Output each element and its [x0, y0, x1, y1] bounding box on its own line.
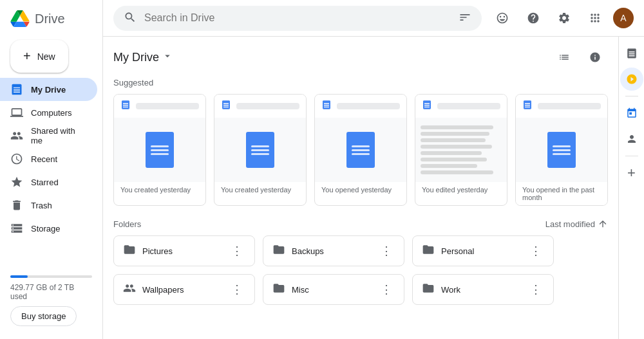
sidebar-item-label: Trash — [31, 201, 52, 210]
sidebar-item-label: Shared with me — [31, 126, 87, 145]
right-panel: + — [618, 37, 644, 339]
sidebar-item-trash[interactable]: Trash — [0, 194, 97, 217]
apps-button[interactable] — [582, 5, 608, 31]
folder-icon — [422, 282, 435, 298]
card-title — [337, 103, 400, 109]
activity-panel-button[interactable] — [620, 68, 643, 91]
folder-item-misc[interactable]: Misc ⋮ — [263, 274, 404, 305]
panel-divider — [625, 96, 638, 96]
card-footer: You created yesterday — [114, 182, 205, 197]
card-footer: You opened in the past month — [516, 182, 607, 205]
new-button[interactable]: + New — [10, 40, 68, 73]
card-title — [236, 103, 299, 109]
folder-name: Pictures — [142, 246, 222, 256]
folder-icon — [422, 243, 435, 259]
search-input[interactable] — [144, 12, 451, 24]
list-view-button[interactable] — [551, 44, 577, 70]
sidebar-item-storage[interactable]: Storage — [0, 217, 97, 240]
folder-more-button[interactable]: ⋮ — [378, 281, 395, 298]
folder-more-button[interactable]: ⋮ — [378, 243, 395, 259]
sidebar-item-shared[interactable]: Shared with me — [0, 124, 97, 147]
folders-header: Folders Last modified — [113, 219, 608, 229]
app-logo[interactable]: Drive — [0, 5, 102, 37]
help-button[interactable] — [520, 5, 546, 31]
card-preview — [415, 118, 507, 182]
sidebar-item-computers[interactable]: Computers — [0, 101, 97, 124]
folder-item-personal[interactable]: Personal ⋮ — [412, 235, 554, 266]
doc-icon — [221, 100, 231, 113]
folder-more-button[interactable]: ⋮ — [527, 243, 544, 259]
suggested-card[interactable]: You opened yesterday — [314, 94, 407, 206]
doc-icon — [422, 100, 432, 113]
folder-name: Personal — [441, 246, 521, 256]
main-area: A My Drive — [103, 0, 644, 339]
sidebar-item-recent[interactable]: Recent — [0, 147, 97, 170]
my-drive-icon — [10, 83, 23, 96]
folder-more-button[interactable]: ⋮ — [229, 281, 245, 298]
sidebar-item-label: Storage — [31, 224, 61, 234]
folder-icon — [272, 282, 285, 298]
plus-icon: + — [23, 49, 31, 64]
folder-item-work[interactable]: Work ⋮ — [412, 274, 554, 305]
card-title — [538, 103, 601, 109]
sidebar-item-starred[interactable]: Starred — [0, 170, 97, 194]
folder-item-wallpapers[interactable]: Wallpapers ⋮ — [113, 274, 255, 305]
shared-icon — [10, 129, 23, 142]
drive-title[interactable]: My Drive — [113, 50, 173, 65]
recent-icon — [10, 152, 23, 165]
search-icon — [124, 11, 137, 26]
suggested-grid: You created yesterday Yo — [113, 94, 608, 206]
storage-bar — [10, 275, 92, 278]
emoji-button[interactable] — [489, 5, 515, 31]
suggested-label: Suggested — [113, 78, 608, 87]
sidebar-nav: My Drive Computers Shared with me Recent — [0, 78, 102, 262]
text-preview — [415, 118, 507, 182]
details-panel-button[interactable] — [620, 42, 643, 65]
suggested-card[interactable]: You edited yesterday — [415, 94, 507, 206]
folder-more-button[interactable]: ⋮ — [527, 281, 544, 298]
folder-name: Wallpapers — [142, 285, 222, 295]
sidebar-item-my-drive[interactable]: My Drive — [0, 78, 97, 101]
doc-icon — [120, 100, 131, 113]
storage-icon — [10, 222, 23, 235]
folder-more-button[interactable]: ⋮ — [229, 243, 245, 259]
content-area: My Drive Suggested — [103, 37, 644, 339]
drive-header-actions — [551, 44, 608, 70]
user-avatar[interactable]: A — [613, 8, 634, 28]
last-modified-button[interactable]: Last modified — [545, 219, 608, 229]
folder-icon — [272, 243, 285, 259]
storage-info: 429.77 GB of 2 TB used Buy storage — [0, 262, 102, 334]
folder-item-pictures[interactable]: Pictures ⋮ — [113, 235, 255, 266]
suggested-card[interactable]: You opened in the past month — [515, 94, 608, 206]
calendar-panel-button[interactable] — [620, 102, 643, 125]
shared-folder-icon — [123, 282, 136, 298]
folder-item-backups[interactable]: Backups ⋮ — [263, 235, 404, 266]
info-button[interactable] — [582, 44, 608, 70]
contacts-panel-button[interactable] — [620, 127, 643, 151]
search-options-icon[interactable] — [459, 11, 471, 26]
suggested-card[interactable]: You created yesterday — [214, 94, 307, 206]
settings-button[interactable] — [551, 5, 577, 31]
doc-preview — [346, 132, 375, 168]
folder-icon — [123, 243, 136, 259]
topbar: A — [103, 0, 644, 37]
sidebar-item-label: My Drive — [31, 85, 66, 95]
chevron-down-icon — [162, 50, 173, 65]
search-bar[interactable] — [113, 6, 482, 31]
card-preview — [214, 118, 306, 182]
computers-icon — [10, 106, 23, 119]
sidebar-item-label: Computers — [31, 108, 72, 118]
add-panel-button[interactable]: + — [620, 161, 643, 185]
panel-divider-2 — [625, 156, 638, 156]
folder-name: Work — [441, 285, 521, 295]
buy-storage-button[interactable]: Buy storage — [10, 306, 77, 326]
card-title — [437, 103, 500, 109]
card-footer: You edited yesterday — [415, 182, 507, 197]
card-title — [136, 103, 199, 109]
suggested-card[interactable]: You created yesterday — [113, 94, 206, 206]
card-footer: You created yesterday — [214, 182, 306, 197]
doc-icon — [321, 100, 332, 113]
sidebar: Drive + New My Drive Computers — [0, 0, 103, 339]
sidebar-item-label: Recent — [31, 154, 57, 164]
sidebar-item-label: Starred — [31, 178, 59, 187]
